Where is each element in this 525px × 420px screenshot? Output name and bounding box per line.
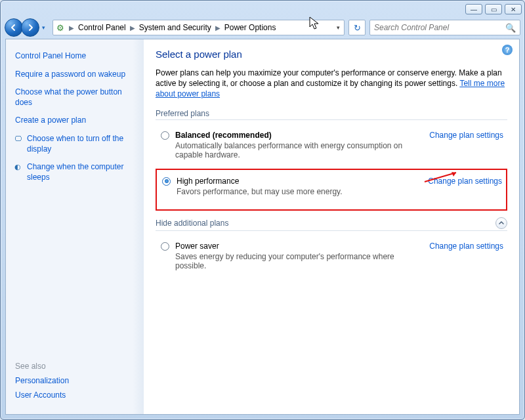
back-button[interactable]	[5, 18, 23, 37]
change-plan-settings-link[interactable]: Change plan settings	[428, 177, 502, 186]
sidebar-link[interactable]: ◐ Change when the computer sleeps	[15, 162, 136, 182]
control-panel-home-link[interactable]: Control Panel Home	[15, 51, 136, 62]
plan-high-performance[interactable]: High performance Favors performance, but…	[157, 173, 506, 203]
sidebar: Control Panel Home Require a password on…	[6, 39, 144, 414]
plan-power-saver[interactable]: Power saver Saves energy by reducing you…	[156, 238, 507, 277]
close-button[interactable]: ✕	[505, 4, 522, 14]
help-icon[interactable]: ?	[502, 45, 513, 55]
maximize-button[interactable]: ▭	[485, 4, 502, 14]
breadcrumb-chevron-icon[interactable]: ▶	[213, 24, 223, 32]
description-text: Power plans can help you maximize your c…	[156, 68, 502, 88]
plan-description: Favors performance, but may use more ene…	[177, 187, 426, 196]
search-input[interactable]	[374, 23, 505, 32]
breadcrumb-chevron-icon[interactable]: ▶	[127, 24, 138, 32]
nav-buttons: ▾	[5, 18, 47, 37]
page-title: Select a power plan	[156, 49, 507, 60]
main-panel: ? Select a power plan Power plans can he…	[144, 39, 519, 414]
plan-description: Saves energy by reducing your computer's…	[175, 252, 425, 270]
see-also-link[interactable]: User Accounts	[15, 390, 69, 400]
address-bar: ▾ ⚙ ▶ Control Panel ▶ System and Securit…	[1, 18, 524, 37]
plan-description: Automatically balances performance with …	[175, 141, 425, 159]
nav-history-dropdown[interactable]: ▾	[39, 18, 47, 37]
search-icon[interactable]: 🔍	[505, 23, 516, 33]
change-plan-settings-link[interactable]: Change plan settings	[429, 131, 503, 140]
breadcrumb-chevron-icon[interactable]: ▶	[66, 24, 77, 32]
breadcrumb-item[interactable]: Power Options	[223, 23, 278, 32]
content-area: Control Panel Home Require a password on…	[5, 39, 520, 415]
sidebar-link[interactable]: Choose what the power button does	[15, 87, 136, 108]
see-also-label: See also	[15, 362, 69, 371]
radio-button[interactable]	[161, 242, 169, 251]
minimize-button[interactable]: —	[465, 4, 482, 14]
monitor-icon: 🖵	[14, 134, 24, 143]
section-label: Preferred plans	[156, 109, 209, 118]
sidebar-link[interactable]: Require a password on wakeup	[15, 70, 136, 80]
collapse-icon[interactable]	[495, 217, 507, 229]
sidebar-link-label: Choose when to turn off the display	[15, 134, 136, 154]
change-plan-settings-link[interactable]: Change plan settings	[429, 242, 503, 251]
see-also-link[interactable]: Personalization	[15, 376, 69, 385]
plan-balanced[interactable]: Balanced (recommended) Automatically bal…	[156, 127, 507, 166]
control-panel-icon: ⚙	[54, 23, 66, 33]
radio-button[interactable]	[161, 131, 169, 140]
moon-icon: ◐	[14, 162, 24, 171]
sidebar-link-label: Change when the computer sleeps	[15, 162, 136, 182]
titlebar[interactable]: — ▭ ✕	[1, 1, 524, 18]
hide-additional-plans[interactable]: Hide additional plans	[156, 217, 507, 231]
window-frame: — ▭ ✕ ▾ ⚙ ▶ Control Panel ▶ System and S…	[0, 0, 525, 420]
breadcrumb[interactable]: ⚙ ▶ Control Panel ▶ System and Security …	[52, 20, 345, 35]
forward-button[interactable]	[21, 18, 39, 37]
page-description: Power plans can help you maximize your c…	[156, 68, 507, 100]
section-label: Hide additional plans	[156, 219, 228, 228]
radio-button[interactable]	[162, 177, 171, 186]
refresh-button[interactable]: ↻	[348, 20, 366, 35]
search-box[interactable]: 🔍	[369, 20, 520, 35]
sidebar-link[interactable]: Create a power plan	[15, 116, 136, 126]
annotation-highlight: High performance Favors performance, but…	[156, 169, 507, 211]
breadcrumb-dropdown-icon[interactable]: ▾	[337, 24, 340, 31]
preferred-plans-heading: Preferred plans	[156, 109, 507, 120]
see-also: See also Personalization User Accounts	[15, 362, 69, 405]
window-buttons: — ▭ ✕	[465, 4, 522, 14]
sidebar-link[interactable]: 🖵 Choose when to turn off the display	[15, 134, 136, 154]
breadcrumb-item[interactable]: Control Panel	[77, 23, 127, 32]
breadcrumb-item[interactable]: System and Security	[138, 23, 213, 32]
